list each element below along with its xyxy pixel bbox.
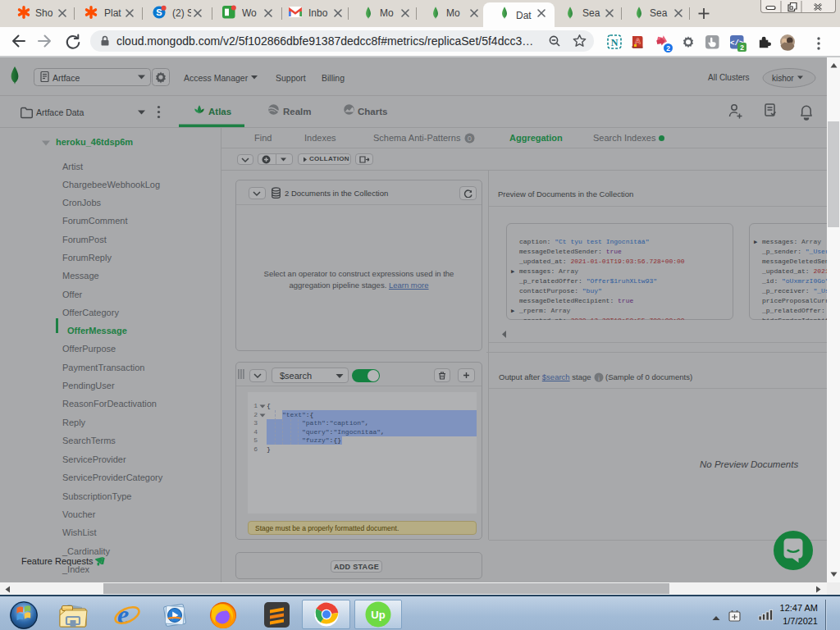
svg-text:N: N — [611, 37, 619, 48]
svg-text:S: S — [156, 7, 162, 17]
svg-text:2: 2 — [740, 43, 744, 52]
svg-text:A: A — [635, 37, 641, 45]
svg-text:2: 2 — [666, 44, 670, 52]
svg-text:Up: Up — [371, 609, 385, 621]
svg-text:0: 0 — [468, 134, 472, 143]
svg-text:e: e — [117, 600, 129, 629]
